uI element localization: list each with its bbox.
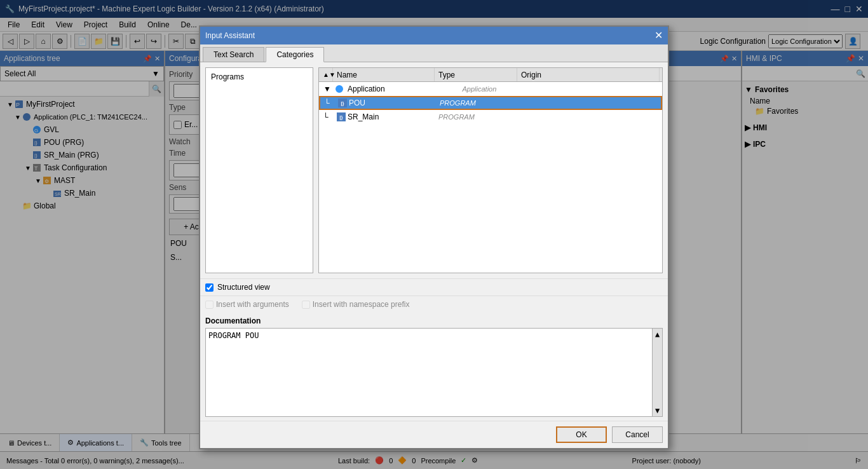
doc-scrollbar: ▲ ▼ xyxy=(652,329,662,416)
ok-button[interactable]: OK xyxy=(556,426,607,443)
programs-label: Programs xyxy=(211,72,244,81)
col-origin: Origin xyxy=(517,68,660,81)
app-expand-icon[interactable]: ▼ xyxy=(322,85,333,93)
doc-scroll-down[interactable]: ▼ xyxy=(654,405,661,416)
pou-indent-icon: └ xyxy=(324,99,330,107)
cancel-button[interactable]: Cancel xyxy=(612,426,663,443)
insert-namespace-option: Insert with namespace prefix xyxy=(302,300,410,309)
pou-icon: |} xyxy=(338,99,347,107)
structured-view-label: Structured view xyxy=(217,283,270,292)
srmain-pou-icon: |} xyxy=(337,112,346,121)
application-node-row[interactable]: ▼ Application Application xyxy=(319,82,662,96)
srmain-name-cell: |} SR_Main xyxy=(333,112,435,121)
documentation-label: Documentation xyxy=(205,316,663,325)
dialog-close-button[interactable]: ✕ xyxy=(654,31,663,41)
insert-namespace-label: Insert with namespace prefix xyxy=(313,300,410,309)
dialog-tabs: Text Search Categories xyxy=(200,44,668,62)
dialog-title: Input Assistant xyxy=(205,31,255,40)
dialog-buttons: OK Cancel xyxy=(200,421,668,448)
documentation-content: PROGRAM POU xyxy=(208,331,259,340)
insert-args-option: Insert with arguments xyxy=(205,300,289,309)
pou-name: POU xyxy=(349,99,365,107)
input-assistant-dialog: Input Assistant ✕ Text Search Categories… xyxy=(199,25,669,449)
srmain-name: SR_Main xyxy=(348,112,379,121)
dialog-documentation: Documentation PROGRAM POU ▲ ▼ xyxy=(200,313,668,421)
insert-args-label: Insert with arguments xyxy=(216,300,289,309)
pou-type: PROGRAM xyxy=(440,99,476,107)
dialog-titlebar: Input Assistant ✕ xyxy=(200,27,668,44)
srmain-row[interactable]: └ |} SR_Main PROGRAM xyxy=(319,110,662,124)
dialog-left-panel: Programs xyxy=(205,67,313,273)
sort-icon[interactable]: ▲▼ xyxy=(322,68,333,81)
documentation-box: PROGRAM POU ▲ ▼ xyxy=(205,328,663,417)
tab-categories[interactable]: Categories xyxy=(266,47,324,62)
insert-namespace-checkbox[interactable] xyxy=(302,301,310,309)
pou-expand-cell: └ xyxy=(323,99,334,107)
structured-view-row: Structured view xyxy=(200,278,668,296)
structured-view-checkbox[interactable] xyxy=(205,283,214,292)
doc-scroll-up[interactable]: ▲ xyxy=(654,329,661,340)
pou-type-cell: PROGRAM xyxy=(436,99,519,107)
app-type: Application xyxy=(463,85,545,93)
app-circle-icon xyxy=(336,85,343,93)
tab-text-search[interactable]: Text Search xyxy=(203,47,264,62)
dialog-body: Programs ▲▼ Name Type Origin ▼ Applicati… xyxy=(200,62,668,278)
dialog-right-panel: ▲▼ Name Type Origin ▼ Application Applic… xyxy=(318,67,663,273)
srmain-expand-cell: └ xyxy=(322,112,333,121)
srmain-type-cell: PROGRAM xyxy=(435,113,517,121)
modal-overlay: Input Assistant ✕ Text Search Categories… xyxy=(0,0,868,469)
pou-name-cell: |} POU xyxy=(334,99,436,107)
srmain-type: PROGRAM xyxy=(438,113,475,121)
col-type: Type xyxy=(435,68,517,81)
pou-row[interactable]: └ |} POU PROGRAM xyxy=(319,96,662,110)
dialog-options-row: Insert with arguments Insert with namesp… xyxy=(200,296,668,313)
col-name: Name xyxy=(333,68,435,81)
insert-args-checkbox[interactable] xyxy=(205,301,214,309)
dialog-table-header: ▲▼ Name Type Origin xyxy=(319,68,662,82)
programs-node[interactable]: Programs xyxy=(208,71,310,83)
app-name: Application xyxy=(348,85,460,93)
srmain-indent-icon: └ xyxy=(323,112,329,121)
